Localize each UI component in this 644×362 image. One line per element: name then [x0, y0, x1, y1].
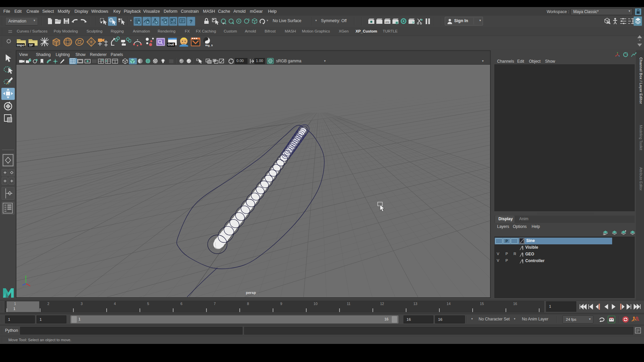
svg-text:Outl: Outl [168, 43, 174, 46]
svg-text:1: 1 [14, 302, 16, 306]
svg-text:16: 16 [513, 302, 517, 306]
svg-text:2: 2 [47, 302, 49, 306]
svg-text:persp: persp [246, 291, 256, 295]
svg-text:7: 7 [214, 302, 216, 306]
svg-text:10: 10 [314, 302, 318, 306]
svg-text:14: 14 [447, 302, 451, 306]
svg-text:12: 12 [380, 302, 384, 306]
svg-text:11: 11 [347, 302, 351, 306]
svg-text:IPR: IPR [385, 21, 389, 23]
svg-text:5: 5 [147, 302, 149, 306]
svg-text:Impo: Impo [17, 43, 24, 47]
svg-text:SP: SP [29, 43, 33, 47]
svg-text:13: 13 [413, 302, 417, 306]
svg-text:15: 15 [480, 302, 484, 306]
svg-text:?: ? [190, 18, 193, 24]
svg-text:3: 3 [80, 302, 83, 306]
svg-text:4: 4 [114, 302, 116, 306]
svg-text:Rig_Shu: Rig_Shu [205, 44, 213, 47]
svg-text:9: 9 [280, 302, 282, 306]
svg-text:6: 6 [180, 302, 182, 306]
svg-text:8: 8 [247, 302, 249, 306]
